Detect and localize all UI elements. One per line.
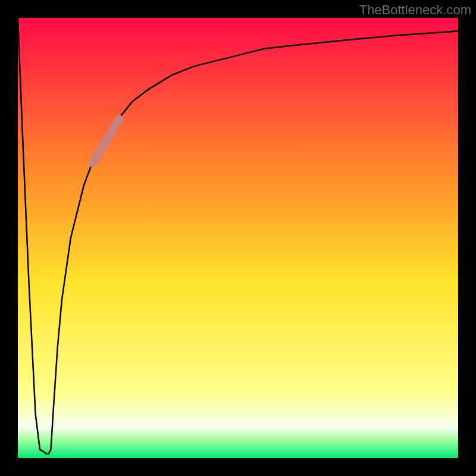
chart-plot-area (18, 18, 458, 458)
chart-svg (18, 18, 458, 458)
gradient-background (18, 18, 458, 458)
chart-container: TheBottleneck.com (0, 0, 476, 476)
attribution-text: TheBottleneck.com (359, 2, 471, 18)
